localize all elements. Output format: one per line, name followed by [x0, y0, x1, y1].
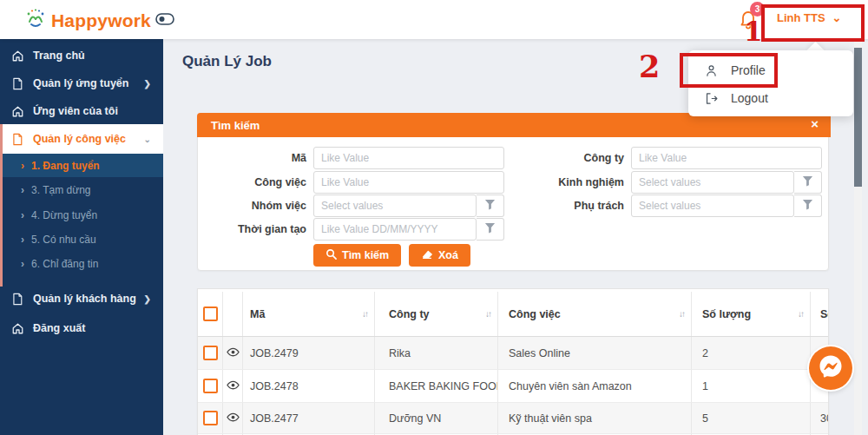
nhom-viec-filter-button[interactable]: [477, 194, 504, 217]
filter-icon: [484, 199, 496, 213]
chevron-right-icon: ›: [21, 258, 24, 270]
happywork-logo-icon: [24, 8, 47, 34]
sort-icon[interactable]: ↓↑: [362, 309, 367, 319]
sidebar: Trang chủ Quản lý ứng tuyển ❯ Ứng viên c…: [0, 39, 163, 435]
scrollbar-thumb[interactable]: [854, 48, 862, 187]
thoi-gian-tao-filter-button[interactable]: [477, 218, 504, 241]
select-all-checkbox[interactable]: [203, 306, 218, 321]
close-icon[interactable]: ×: [811, 116, 819, 131]
column-header-cong-viec[interactable]: Công việc ↓↑: [497, 292, 691, 336]
cell-job: Sales Online: [497, 337, 691, 369]
home-icon: [11, 322, 25, 335]
sidebar-item-trang-chu[interactable]: Trang chủ: [0, 43, 163, 68]
column-header-cong-ty[interactable]: Công ty ↓↑: [374, 292, 497, 336]
vertical-scrollbar[interactable]: [854, 39, 862, 435]
cong-viec-input[interactable]: [313, 171, 504, 194]
sidebar-item-quan-ly-khach-hang[interactable]: Quản lý khách hàng ❯: [0, 287, 163, 311]
field-label-cong-viec: Công việc: [209, 171, 306, 194]
field-label-thoi-gian-tao: Thời gian tạo: [209, 218, 306, 241]
search-button[interactable]: Tìm kiếm: [313, 244, 401, 267]
sort-icon[interactable]: ↓↑: [798, 309, 803, 319]
cong-ty-input[interactable]: [631, 147, 822, 169]
topbar: Happywork 3 Linh TTS ⌄: [0, 0, 868, 39]
menu-item-label: Logout: [731, 91, 768, 105]
eye-icon[interactable]: [227, 412, 240, 425]
chevron-right-icon: ›: [21, 209, 24, 221]
annotation-box-profile: [680, 53, 778, 88]
cell-company: BAKER BAKING FOOD: [374, 370, 497, 402]
app-root: Happywork 3 Linh TTS ⌄: [0, 0, 868, 435]
sidebar-subitem-label: 3. Tạm dừng: [31, 184, 91, 196]
cell-quantity: 1: [691, 370, 810, 402]
cell-col6: 30: [810, 403, 828, 433]
cell-code: JOB.2477: [242, 403, 374, 433]
phu-trach-filter-button[interactable]: [794, 194, 822, 217]
annotation-box-user-menu: [761, 4, 865, 42]
eraser-icon: [421, 248, 433, 262]
sidebar-item-ung-vien-cua-toi[interactable]: Ứng viên của tôi: [0, 99, 163, 123]
filter-icon: [802, 175, 813, 189]
sidebar-subitem-label: 4. Dừng tuyển: [31, 209, 97, 221]
chevron-right-icon: ›: [21, 184, 24, 196]
search-icon: [326, 248, 337, 262]
eye-icon[interactable]: [227, 380, 240, 392]
table-row[interactable]: JOB.2477 Dưỡng VN Kỹ thuật viên spa 5 30: [198, 403, 828, 434]
search-panel-header: Tìm kiếm ×: [197, 113, 831, 137]
row-checkbox[interactable]: [203, 346, 218, 360]
phu-trach-input[interactable]: [631, 194, 794, 217]
jobs-table: Mã ↓↑ Công ty ↓↑ Công việc ↓↑ Số lượng ↓…: [197, 288, 829, 435]
cell-company: Dưỡng VN: [374, 403, 497, 433]
ma-input[interactable]: [313, 147, 504, 169]
sidebar-item-label: Trang chủ: [33, 49, 85, 62]
filter-icon: [484, 222, 496, 236]
clear-button[interactable]: Xoá: [409, 244, 470, 267]
sidebar-subitem-dung-tuyen[interactable]: › 4. Dừng tuyển: [0, 203, 163, 227]
nhom-viec-input[interactable]: [313, 194, 477, 217]
sidebar-item-dang-xuat[interactable]: Đăng xuất: [0, 316, 163, 340]
sidebar-subitem-chi-dang-tin[interactable]: › 6. Chỉ đăng tin: [0, 252, 163, 275]
sort-icon[interactable]: ↓↑: [485, 309, 490, 319]
cell-quantity: 5: [691, 403, 810, 433]
file-icon: [11, 77, 25, 90]
table-header-row: Mã ↓↑ Công ty ↓↑ Công việc ↓↑ Số lượng ↓…: [198, 292, 828, 337]
annotation-number-2: 2: [639, 49, 660, 84]
sidebar-subitem-label: 5. Có nhu cầu: [31, 234, 96, 246]
row-checkbox[interactable]: [203, 379, 218, 393]
sidebar-item-quan-ly-ung-tuyen[interactable]: Quản lý ứng tuyển ❯: [0, 71, 163, 96]
cell-code: JOB.2479: [242, 337, 374, 369]
table-row[interactable]: JOB.2479 Rika Sales Online 2 1: [198, 337, 828, 370]
sidebar-item-label: Đăng xuất: [33, 322, 85, 334]
chevron-right-icon: ›: [21, 234, 24, 246]
cell-quantity: 2: [691, 337, 810, 369]
chevron-right-icon: ❯: [144, 294, 151, 304]
search-panel-title: Tìm kiếm: [211, 119, 260, 132]
sort-icon[interactable]: ↓↑: [679, 309, 684, 319]
table-row[interactable]: JOB.2478 BAKER BAKING FOOD Chuyên viên s…: [198, 370, 828, 403]
kinh-nghiem-filter-button[interactable]: [794, 171, 822, 194]
sidebar-subitem-dang-tuyen[interactable]: › 1. Đang tuyển: [0, 154, 163, 177]
sidebar-subitem-co-nhu-cau[interactable]: › 5. Có nhu cầu: [0, 227, 163, 251]
filter-icon: [802, 199, 813, 213]
messenger-icon: [818, 353, 844, 383]
sidebar-subitem-label: 1. Đang tuyển: [31, 160, 100, 172]
field-label-kinh-nghiem: Kinh nghiệm: [522, 171, 624, 194]
toggle-icon: [155, 13, 174, 29]
field-label-phu-trach: Phụ trách: [522, 194, 624, 217]
column-header-so[interactable]: Số: [810, 292, 828, 336]
sidebar-item-label: Quản lý khách hàng: [33, 293, 136, 305]
row-checkbox[interactable]: [203, 411, 218, 425]
file-icon: [11, 133, 25, 146]
eye-icon[interactable]: [227, 347, 240, 359]
cell-company: Rika: [374, 337, 497, 369]
sidebar-subitem-tam-dung[interactable]: › 3. Tạm dừng: [0, 178, 163, 201]
column-header-so-luong[interactable]: Số lượng ↓↑: [691, 292, 810, 336]
logo: Happywork: [24, 8, 174, 34]
cell-job: Chuyên viên sàn Amazon: [497, 370, 691, 402]
menu-item-logout[interactable]: Logout: [688, 83, 853, 113]
column-header-ma[interactable]: Mã ↓↑: [242, 292, 374, 336]
messenger-chat-button[interactable]: [809, 346, 852, 390]
sidebar-item-quan-ly-cong-viec[interactable]: Quản lý công việc ⌄: [0, 124, 163, 154]
thoi-gian-tao-input[interactable]: [313, 218, 477, 241]
kinh-nghiem-input[interactable]: [631, 171, 794, 194]
cell-job: Kỹ thuật viên spa: [497, 403, 691, 433]
